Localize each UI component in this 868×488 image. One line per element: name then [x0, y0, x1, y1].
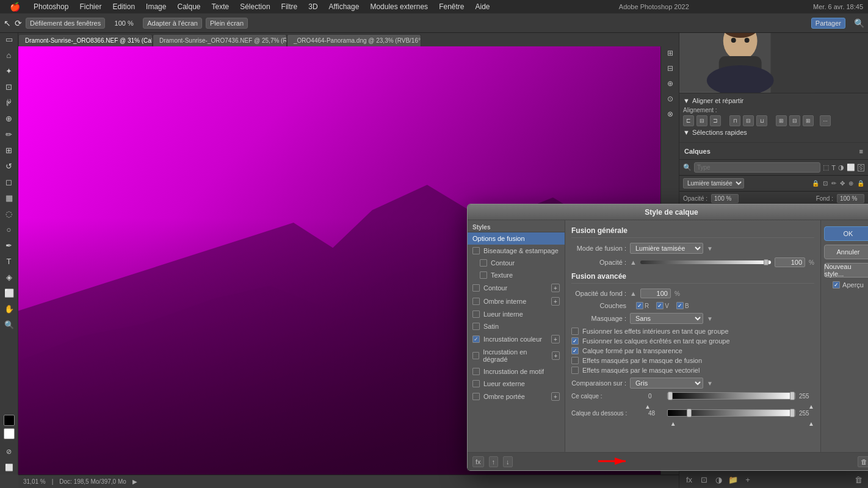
channel-v-check[interactable]: ✓ [656, 302, 664, 309]
layers-search-input[interactable] [694, 162, 820, 173]
blur-tool[interactable]: ◌ [2, 206, 16, 221]
menu-selection[interactable]: Sélection [235, 1, 275, 12]
background-color[interactable] [4, 428, 15, 439]
ombre-portee-item[interactable]: Ombre portée + [468, 390, 565, 403]
lock-transparent-icon[interactable]: ⊡ [823, 180, 828, 187]
biseautage-check[interactable] [472, 247, 480, 254]
rstrip-btn-6[interactable]: ⊙ [664, 92, 677, 106]
align-right-btn[interactable]: ⊐ [710, 115, 721, 126]
nouveau-style-button[interactable]: Nouveau style... [824, 263, 869, 278]
incrustation-motif-check[interactable] [472, 368, 480, 375]
menu-modules[interactable]: Modules externes [365, 1, 433, 12]
rotate-icon[interactable]: ⟳ [15, 18, 22, 28]
ombre-interne-add-btn[interactable]: + [551, 297, 560, 306]
apercu-check[interactable]: ✓ [833, 281, 840, 289]
incrustation-degrade-item[interactable]: Incrustation en dégradé + [468, 346, 565, 365]
share-btn[interactable]: Partager [811, 18, 845, 29]
menu-aide[interactable]: Aide [470, 1, 494, 12]
arrow-right[interactable]: ▶ [132, 478, 137, 485]
align-left-btn[interactable]: ⊏ [683, 115, 694, 126]
adj-icon[interactable]: ◑ [838, 163, 844, 171]
opacite-fond-input[interactable] [640, 289, 671, 298]
add-adjustment-btn[interactable]: ◑ [712, 474, 725, 486]
incrustation-couleur-item[interactable]: ✓ Incrustation couleur + [468, 332, 565, 346]
align-bottom-btn[interactable]: ⊔ [756, 115, 767, 126]
menu-photoshop[interactable]: Photoshop [29, 1, 73, 12]
opacity-input[interactable] [711, 194, 739, 203]
eraser-tool[interactable]: ◻ [2, 174, 16, 189]
align-top-btn[interactable]: ⊓ [729, 115, 740, 126]
ce-calque-thumb-right[interactable] [790, 392, 795, 400]
smart-icon[interactable]: 🅂 [858, 164, 864, 171]
dodge-tool[interactable]: ○ [2, 222, 16, 237]
screen-mode-btn[interactable]: ⬜ [2, 460, 16, 475]
magic-wand-tool[interactable]: ✦ [2, 63, 16, 78]
contour-sub-check[interactable] [480, 259, 487, 267]
foreground-color[interactable] [4, 415, 15, 426]
channel-v[interactable]: ✓ V [656, 302, 669, 309]
shape-tool[interactable]: ⬜ [2, 285, 16, 300]
pen-tool[interactable]: ✒ [2, 238, 16, 253]
incrustation-degrade-check[interactable] [472, 352, 479, 359]
hand-tool[interactable]: ✋ [2, 301, 16, 316]
opacite-input[interactable] [775, 257, 805, 267]
ombre-interne-check[interactable] [472, 298, 480, 305]
ombre-interne-item[interactable]: Ombre interne + [468, 295, 565, 308]
lueur-externe-item[interactable]: Lueur externe [468, 378, 565, 390]
add-layer-btn[interactable]: + [742, 474, 754, 486]
fullscreen-btn[interactable]: Plein écran [206, 18, 248, 29]
channel-r[interactable]: ✓ R [636, 302, 649, 309]
calque-transparence-check[interactable]: ✓ [571, 347, 579, 354]
fusionner-calques-check[interactable]: ✓ [571, 337, 579, 345]
fill-input[interactable] [837, 194, 864, 203]
distribute-left-btn[interactable]: ⊞ [776, 115, 787, 126]
distribute-hcenter-btn[interactable]: ⊟ [789, 115, 800, 126]
brush-tool[interactable]: ✏ [2, 127, 16, 142]
selections-section-header[interactable]: ▼ Sélections rapides [683, 129, 864, 136]
lock-all-icon[interactable]: 🔒 [857, 180, 864, 187]
path-select-tool[interactable]: ◈ [2, 270, 16, 284]
rstrip-btn-5[interactable]: ⊕ [664, 77, 677, 90]
options-fusion-item[interactable]: Options de fusion [468, 232, 565, 245]
calque-dessous-thumb-right[interactable] [790, 409, 795, 417]
lock-artboard-icon[interactable]: ⊕ [848, 180, 853, 187]
menu-3d[interactable]: 3D [303, 1, 322, 12]
contour-check[interactable] [472, 284, 480, 292]
lueur-externe-check[interactable] [472, 380, 480, 387]
incrustation-couleur-add-btn[interactable]: + [551, 335, 560, 343]
apple-menu[interactable]: 🍎 [5, 1, 25, 13]
calque-dessous-slider[interactable] [667, 409, 795, 417]
ce-calque-thumb-left[interactable] [668, 392, 673, 400]
pixel-icon[interactable]: T [831, 164, 836, 171]
ce-calque-slider[interactable] [667, 392, 795, 400]
text-tool[interactable]: T [2, 254, 16, 268]
lock-pixel-icon[interactable]: ✏ [831, 180, 836, 187]
lock-position-icon[interactable]: ✥ [840, 180, 845, 187]
more-btn[interactable]: ··· [820, 115, 831, 126]
texture-sub-item[interactable]: Texture [468, 269, 565, 281]
gradient-tool[interactable]: ▦ [2, 190, 16, 205]
masquage-select[interactable]: Sans [630, 313, 703, 324]
fx-btn[interactable]: fx [472, 456, 484, 467]
lasso-tool[interactable]: ⌂ [2, 48, 16, 62]
align-section-header[interactable]: ▼ Aligner et répartir [683, 97, 864, 104]
comparaison-select[interactable]: Gris [630, 378, 703, 389]
up-btn[interactable]: ↑ [489, 456, 499, 467]
menu-filtre[interactable]: Filtre [277, 1, 303, 12]
cursor-tool-icon[interactable]: ↖ [4, 18, 11, 28]
fusionner-effets-check[interactable] [571, 328, 579, 335]
scroll-windows-btn[interactable]: Défilement des fenêtres [26, 18, 105, 29]
menu-calque[interactable]: Calque [172, 1, 205, 12]
add-fx-btn[interactable]: fx [683, 474, 695, 486]
opacite-thumb[interactable] [764, 259, 769, 265]
lueur-interne-item[interactable]: Lueur interne [468, 308, 565, 320]
kind-icon[interactable]: ⬚ [823, 163, 829, 171]
opacite-slider[interactable] [640, 260, 771, 264]
add-group-btn[interactable]: 📁 [727, 474, 739, 486]
mode-fusion-select[interactable]: Lumière tamisée [630, 243, 703, 254]
contour-item[interactable]: Contour + [468, 281, 565, 295]
satin-item[interactable]: Satin [468, 320, 565, 332]
zoom-tool[interactable]: 🔍 [2, 317, 16, 332]
align-hcenter-btn[interactable]: ⊟ [696, 115, 707, 126]
tab-0[interactable]: Dramont-Sunrise-_ORO8366.NEF @ 31% (Calq… [18, 34, 153, 46]
